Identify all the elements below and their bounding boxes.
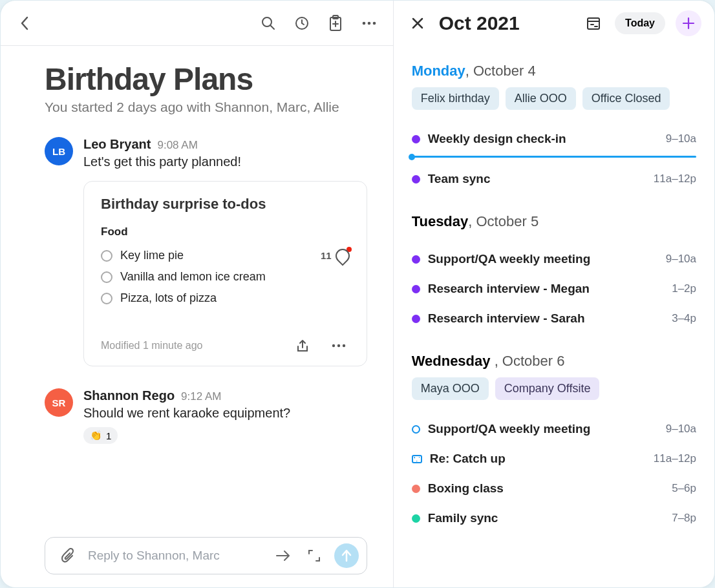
share-button[interactable] [292, 335, 314, 357]
day-header: Monday, October 4 [412, 63, 696, 79]
svg-point-4 [362, 21, 365, 25]
history-button[interactable] [291, 12, 313, 34]
event-dot-icon [412, 425, 420, 434]
event-dot-icon [412, 514, 420, 523]
day-of-week: Wednesday [412, 353, 495, 369]
send-button[interactable] [334, 543, 359, 568]
allday-chip[interactable]: Maya OOO [412, 377, 489, 400]
month-label: Oct 2021 [439, 12, 572, 34]
day-header: Wednesday , October 6 [412, 353, 696, 370]
event-time: 9–10a [666, 423, 696, 436]
back-button[interactable] [14, 12, 36, 34]
clipboard-button[interactable] [325, 12, 347, 34]
event-row[interactable]: Team sync11a–12p [412, 164, 696, 194]
clock-icon [294, 16, 310, 31]
message: SRShannon Rego9:12 AMShould we rent kara… [45, 388, 367, 444]
comment-indicator[interactable]: 11 [321, 249, 350, 263]
calendar-settings-button[interactable] [582, 12, 604, 34]
arrow-right-icon [275, 549, 291, 562]
message-author: Shannon Rego [83, 388, 175, 403]
send-later-button[interactable] [272, 545, 294, 567]
event-dot-icon [412, 135, 420, 143]
search-button[interactable] [257, 12, 279, 34]
event-dot-icon [412, 175, 420, 184]
message-body: Shannon Rego9:12 AMShould we rent karaok… [83, 388, 367, 444]
message-time: 9:12 AM [181, 390, 221, 403]
event-time: 3–4p [672, 312, 696, 325]
event-time: 9–10a [666, 132, 696, 145]
calendar-topbar: Oct 2021 Today [394, 1, 714, 46]
avatar[interactable]: SR [45, 388, 73, 417]
message-text: Let's get this party planned! [83, 154, 367, 169]
event-time: 11a–12p [654, 452, 696, 465]
event-time: 5–6p [672, 482, 696, 495]
card-modified-label: Modified 1 minute ago [101, 340, 202, 352]
todo-item[interactable]: Key lime pie [101, 245, 321, 266]
chat-content: Birthday Plans You started 2 days ago wi… [1, 46, 393, 532]
calendar-pane: Oct 2021 Today Monday, October 4Felix bi… [394, 1, 714, 587]
todo-checkbox[interactable] [101, 293, 112, 304]
event-row[interactable]: Family sync7–8p [412, 503, 696, 533]
event-dot-icon [412, 285, 420, 293]
ellipsis-icon [361, 21, 377, 25]
event-title: Research interview - Megan [428, 282, 665, 296]
thread-subtitle: You started 2 days ago with Shannon, Mar… [45, 100, 367, 115]
event-row[interactable]: Support/QA weekly meeting9–10a [412, 414, 696, 444]
todo-label: Pizza, lots of pizza [120, 291, 217, 305]
event-row[interactable]: Weekly design check-in9–10a [412, 124, 696, 154]
clipboard-plus-icon [328, 15, 343, 32]
reaction-emoji: 👏 [90, 430, 102, 441]
day-of-week: Monday [412, 63, 465, 79]
reply-input[interactable] [88, 549, 263, 563]
current-time-indicator [412, 156, 696, 158]
chat-pane: Birthday Plans You started 2 days ago wi… [1, 1, 394, 587]
close-calendar-button[interactable] [407, 12, 429, 34]
thread-title: Birthday Plans [45, 61, 367, 97]
ellipsis-icon [332, 344, 346, 348]
add-event-button[interactable] [676, 10, 701, 36]
event-title: Support/QA weekly meeting [428, 422, 658, 436]
mail-icon [412, 455, 422, 463]
paperclip-icon [61, 548, 75, 563]
allday-chip[interactable]: Office Closed [582, 87, 670, 110]
event-row[interactable]: Research interview - Megan1–2p [412, 274, 696, 304]
day-block: Tuesday, October 5Support/QA weekly meet… [412, 213, 696, 333]
allday-chip[interactable]: Company Offsite [495, 377, 600, 400]
event-title: Re: Catch up [430, 452, 646, 466]
event-time: 1–2p [672, 282, 696, 295]
event-row[interactable]: Boxing class5–6p [412, 474, 696, 503]
app-window: Birthday Plans You started 2 days ago wi… [0, 0, 715, 588]
chevron-left-icon [20, 16, 29, 30]
event-row[interactable]: Support/QA weekly meeting9–10a [412, 244, 696, 274]
event-dot-icon [412, 315, 420, 323]
svg-point-5 [367, 21, 370, 25]
close-icon [411, 17, 424, 30]
reply-composer[interactable] [45, 537, 367, 574]
reaction-chip[interactable]: 👏1 [83, 427, 118, 444]
attach-button[interactable] [57, 545, 79, 567]
todo-card[interactable]: Birthday surprise to-dosFoodKey lime pie… [83, 181, 367, 366]
event-dot-icon [412, 255, 420, 264]
event-time: 7–8p [672, 512, 696, 525]
day-date: , October 4 [465, 63, 536, 79]
todo-checkbox[interactable] [101, 271, 112, 283]
event-row[interactable]: Re: Catch up11a–12p [412, 444, 696, 474]
todo-item[interactable]: Pizza, lots of pizza [101, 288, 350, 309]
event-title: Team sync [428, 172, 646, 186]
day-date: , October 6 [495, 353, 565, 369]
chat-toolbar [257, 12, 380, 34]
allday-chip[interactable]: Allie OOO [506, 87, 576, 110]
avatar[interactable]: LB [45, 137, 73, 165]
today-button[interactable]: Today [615, 12, 665, 34]
message-time: 9:08 AM [157, 139, 197, 152]
more-button[interactable] [358, 12, 380, 34]
todo-item[interactable]: Vanilla and lemon ice cream [101, 266, 350, 288]
allday-chip[interactable]: Felix birthday [412, 87, 499, 110]
todo-checkbox[interactable] [101, 250, 112, 262]
expand-button[interactable] [303, 545, 325, 567]
day-header: Tuesday, October 5 [412, 213, 696, 230]
message-body: Leo Bryant9:08 AMLet's get this party pl… [83, 137, 367, 366]
card-more-button[interactable] [328, 335, 350, 357]
svg-rect-10 [588, 18, 599, 29]
event-row[interactable]: Research interview - Sarah3–4p [412, 304, 696, 333]
